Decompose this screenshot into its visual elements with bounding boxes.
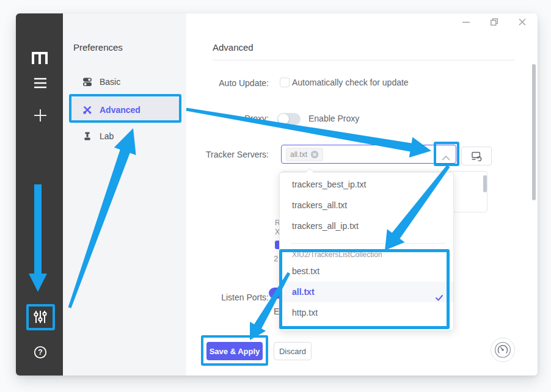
tracker-servers-select[interactable]: all.txt [281,145,456,164]
nav-item-label: Advanced [100,105,140,115]
dropdown-item[interactable]: trackers_best_ip.txt [280,174,453,195]
dropdown-group-label: XIU2/TrackersListCollection [280,249,453,261]
maximize-icon[interactable] [489,17,499,27]
toggle-knob [278,114,289,125]
tracker-dropdown: trackers_best_ip.txt trackers_all.txt tr… [279,172,454,331]
window-controls [461,17,527,27]
auto-update-label: Auto Update: [147,78,269,88]
dropdown-item-label: all.txt [292,287,315,297]
app-window: ? Preferences Basic Advanced Lab [16,13,538,376]
proxy-toggle-label: Enable Proxy [308,114,359,123]
save-apply-button[interactable]: Save & Apply [206,342,263,360]
tag-close-icon[interactable] [310,150,319,159]
lab-icon [82,131,92,141]
page-title: Advanced [213,42,254,53]
textarea-scrollbar[interactable] [483,175,487,192]
check-icon [435,288,443,309]
tracker-servers-label: Tracker Servers: [147,150,269,159]
motrix-logo-icon [31,50,49,66]
nav-item-label: Lab [100,131,114,141]
close-icon[interactable] [517,17,527,27]
clipped-text: E [274,307,279,316]
auto-update-checkbox[interactable] [280,78,290,87]
preferences-title: Preferences [73,42,123,53]
preferences-sliders-icon[interactable] [33,310,48,324]
listen-ports-label: Listen Ports: [147,292,269,302]
sync-icon [472,151,482,161]
nav-item-label: Basic [100,77,120,87]
tools-icon [82,105,92,115]
main-scrollbar[interactable] [532,64,536,200]
proxy-label: Proxy: [147,114,269,123]
dropdown-item[interactable]: trackers_all.txt [280,195,453,216]
sync-trackers-button[interactable] [461,147,492,165]
help-icon[interactable]: ? [34,346,47,359]
tag-label: all.txt [290,150,307,159]
toggles-icon [82,77,92,87]
dropdown-item[interactable]: http.txt [280,302,453,323]
discard-button[interactable]: Discard [274,342,312,360]
dropdown-item-selected[interactable]: all.txt [280,281,453,302]
divider [213,60,515,60]
app-sidebar: ? [16,13,63,376]
gauge-icon [494,341,511,358]
dropdown-item[interactable]: best.txt [280,261,453,281]
preferences-nav: Preferences Basic Advanced Lab [63,13,186,376]
speed-limit-button[interactable] [491,338,515,362]
dropdown-divider [291,243,445,244]
minimize-icon[interactable] [461,17,471,27]
proxy-toggle[interactable] [277,113,301,125]
auto-update-checkbox-label[interactable]: Automatically check for update [292,78,409,87]
dropdown-item[interactable]: trackers_all_ip.txt [280,216,453,236]
nav-item-lab[interactable]: Lab [71,124,179,148]
task-list-icon[interactable] [32,77,48,89]
clipped-text: 2 [274,254,278,263]
chevron-up-icon[interactable] [442,152,450,163]
svg-text:?: ? [38,348,42,357]
add-task-icon[interactable] [32,107,48,123]
selected-tag: all.txt [286,148,323,161]
